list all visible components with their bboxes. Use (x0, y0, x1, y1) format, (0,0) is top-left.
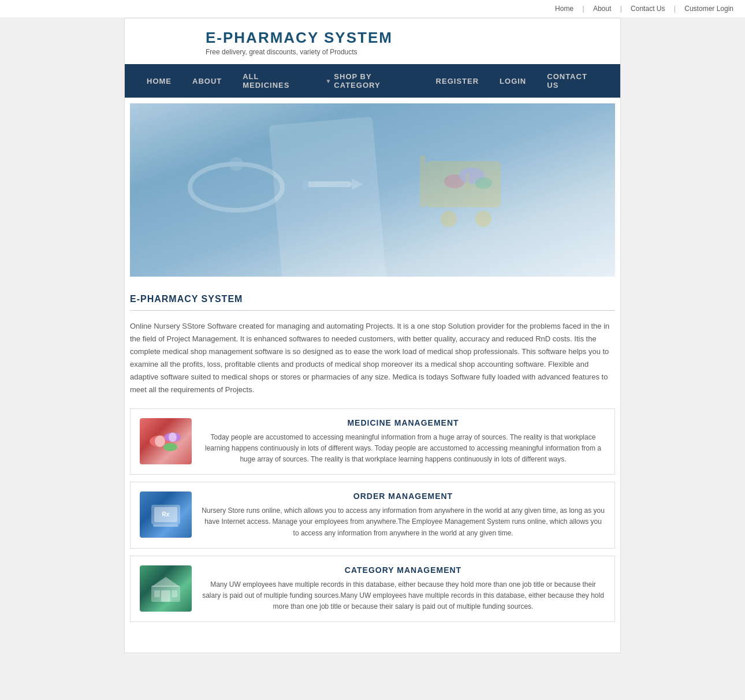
hero-banner (130, 103, 615, 277)
top-bar: Home | About | Contact Us | Customer Log… (0, 0, 745, 18)
svg-point-8 (475, 177, 492, 189)
nav-login[interactable]: LOGIN (489, 64, 537, 98)
svg-rect-3 (420, 155, 426, 207)
nav-shop-by-category[interactable]: ▼ SHOP BY CATEGORY (315, 64, 425, 98)
svg-rect-26 (172, 590, 177, 597)
svg-rect-9 (466, 173, 469, 190)
category-image (140, 565, 192, 612)
nav-contact-us[interactable]: CONTACT US (537, 64, 609, 98)
svg-rect-10 (306, 181, 352, 187)
category-title: CATEGORY MANAGEMENT (201, 565, 605, 575)
svg-marker-11 (352, 178, 363, 190)
medicine-title: MEDICINE MANAGEMENT (201, 418, 605, 427)
category-text: Many UW employees have multiple records … (201, 579, 605, 613)
intro-text: Online Nursery SStore Software created f… (130, 320, 615, 397)
nav-all-medicines[interactable]: ALL MEDICINES (232, 64, 315, 98)
nav-about[interactable]: ABOUT (182, 64, 232, 98)
svg-point-14 (155, 435, 165, 447)
navbar: HOME ABOUT ALL MEDICINES ▼ SHOP BY CATEG… (125, 64, 620, 98)
order-text: Nursery Store runs online, which allows … (201, 505, 605, 539)
svg-rect-21 (153, 524, 178, 527)
dropdown-arrow-icon: ▼ (325, 78, 331, 84)
nav-register[interactable]: REGISTER (426, 64, 489, 98)
logo-title: E-Pharmacy System (206, 29, 609, 47)
order-title: ORDER MANAGEMENT (201, 492, 605, 501)
logo-area: E-Pharmacy System Free delivery, great d… (125, 18, 620, 64)
feature-card-order: Rx ORDER MANAGEMENT Nursery Store runs o… (130, 482, 615, 549)
svg-point-17 (163, 443, 177, 451)
nav-home[interactable]: HOME (136, 64, 182, 98)
customer-login-link[interactable]: Customer Login (684, 5, 733, 13)
category-content: CATEGORY MANAGEMENT Many UW employees ha… (201, 565, 605, 613)
svg-rect-25 (154, 590, 160, 597)
feature-card-medicine: MEDICINE MANAGEMENT Today people are acc… (130, 408, 615, 475)
svg-rect-12 (303, 180, 308, 189)
main-content: E-PHARMACY SYSTEM Online Nursery SStore … (130, 282, 615, 652)
svg-marker-23 (151, 577, 180, 587)
svg-point-5 (475, 211, 491, 227)
contact-us-link[interactable]: Contact Us (631, 5, 665, 13)
order-image: Rx (140, 492, 192, 538)
medicine-image (140, 418, 192, 464)
svg-point-4 (441, 211, 457, 227)
medicine-content: MEDICINE MANAGEMENT Today people are acc… (201, 418, 605, 466)
medicine-text: Today people are accustomed to accessing… (201, 432, 605, 466)
svg-point-16 (169, 433, 177, 442)
order-content: ORDER MANAGEMENT Nursery Store runs onli… (201, 492, 605, 539)
svg-text:Rx: Rx (162, 511, 170, 517)
logo-subtitle: Free delivery, great discounts, variety … (206, 48, 609, 56)
home-link[interactable]: Home (555, 5, 573, 13)
about-link[interactable]: About (593, 5, 611, 13)
svg-point-1 (229, 157, 243, 171)
section-title: E-PHARMACY SYSTEM (130, 294, 615, 311)
feature-card-category: CATEGORY MANAGEMENT Many UW employees ha… (130, 556, 615, 623)
svg-rect-24 (161, 590, 170, 602)
